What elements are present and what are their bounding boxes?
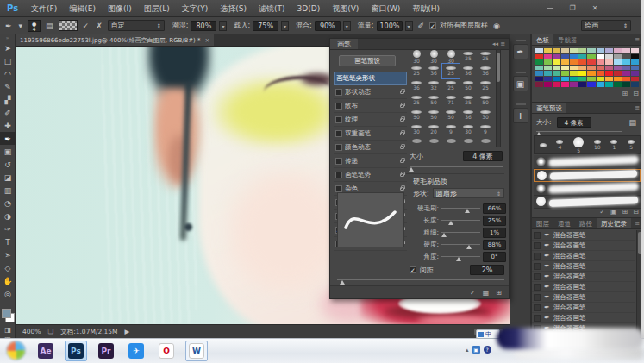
- brush-tip[interactable]: 50: [425, 108, 442, 122]
- preset-tip-4[interactable]: 1: [610, 140, 617, 150]
- swatch[interactable]: [535, 59, 543, 65]
- mixer-brush-tool[interactable]: ✒: [0, 132, 16, 145]
- history-well[interactable]: [534, 294, 541, 301]
- swatch[interactable]: [597, 77, 604, 82]
- menu-item-5[interactable]: 选择(S): [214, 0, 253, 17]
- toolstrip-collapse-icon[interactable]: »: [0, 34, 15, 41]
- history-well[interactable]: [534, 304, 541, 311]
- swatch[interactable]: [597, 59, 604, 65]
- swatch[interactable]: [570, 66, 578, 71]
- swatch[interactable]: [605, 59, 613, 65]
- brush-tip[interactable]: 25: [460, 93, 477, 108]
- presets-footer-icon-0[interactable]: ✓: [599, 208, 605, 216]
- brush-tip[interactable]: 50: [442, 108, 460, 122]
- swatch[interactable]: [631, 77, 639, 82]
- size-slider[interactable]: [410, 164, 503, 172]
- swatch[interactable]: [553, 54, 560, 59]
- menu-item-2[interactable]: 图像(I): [102, 0, 138, 17]
- preset-tip-1[interactable]: 4: [556, 140, 563, 150]
- healing-brush-tool[interactable]: ✚: [0, 119, 16, 132]
- swatch[interactable]: [631, 48, 639, 53]
- history-item-1[interactable]: ✒混合器画笔: [532, 241, 635, 251]
- swatch[interactable]: [597, 71, 604, 76]
- stroke-preset-1[interactable]: [534, 169, 641, 183]
- brush-setting-checkbox[interactable]: [335, 172, 342, 178]
- brush-tip[interactable]: 30: [460, 122, 477, 137]
- taskbar-after-effects[interactable]: Ae: [34, 341, 57, 361]
- path-selection-tool[interactable]: ➣: [0, 248, 16, 261]
- brush-tip[interactable]: 25: [442, 78, 460, 93]
- minimize-button[interactable]: —: [543, 4, 557, 12]
- brush-tip[interactable]: 9: [442, 122, 460, 137]
- history-item-3[interactable]: ✒混合器画笔: [532, 261, 635, 272]
- brush-presets-button[interactable]: 画笔预设: [339, 55, 396, 66]
- tray-help-icon[interactable]: ?: [484, 346, 491, 354]
- stroke-preset-3[interactable]: [534, 196, 641, 210]
- swatch[interactable]: [578, 82, 586, 87]
- brush-setting-checkbox[interactable]: [335, 130, 342, 137]
- swatch[interactable]: [605, 82, 613, 87]
- brush-setting-1[interactable]: 形状动态: [334, 85, 407, 99]
- pressure-icon[interactable]: ◉: [491, 22, 502, 30]
- brush-tip[interactable]: 36: [460, 64, 477, 78]
- brush-tip[interactable]: 36: [477, 64, 494, 78]
- swatch[interactable]: [553, 77, 560, 82]
- brush-tip[interactable]: 50: [477, 93, 494, 108]
- taskbar-premiere[interactable]: Pr: [95, 341, 117, 361]
- document-close-icon[interactable]: ×: [205, 34, 210, 46]
- menu-item-8[interactable]: 视图(V): [326, 0, 365, 17]
- preset-tip-2[interactable]: 5: [573, 137, 584, 153]
- swatch[interactable]: [578, 54, 586, 59]
- shape-select[interactable]: 圆扇形⇕: [433, 188, 504, 198]
- swatch[interactable]: [561, 66, 569, 71]
- swatch[interactable]: [605, 54, 613, 59]
- mix-mode-select[interactable]: 自定⇕: [108, 20, 165, 31]
- load-brush-icon[interactable]: ✓: [81, 22, 91, 30]
- brush-footer-icon-2[interactable]: ⊞: [496, 289, 502, 297]
- swatch[interactable]: [544, 82, 552, 87]
- swatch[interactable]: [535, 48, 543, 53]
- brush-setting-checkbox[interactable]: [335, 116, 342, 123]
- quick-mask-icon[interactable]: ◨: [0, 326, 16, 334]
- swatch[interactable]: [597, 66, 604, 71]
- swatch[interactable]: [587, 77, 595, 82]
- swatch[interactable]: [561, 82, 569, 87]
- crop-tool[interactable]: ▞: [0, 93, 16, 106]
- swatch[interactable]: [570, 59, 578, 65]
- param-value-2[interactable]: 90%: [315, 21, 341, 31]
- brush-tip[interactable]: 36: [408, 78, 425, 93]
- swatch[interactable]: [614, 59, 622, 65]
- swatch[interactable]: [622, 66, 630, 71]
- history-item-2[interactable]: ✒混合器画笔: [532, 251, 635, 261]
- brush-tip[interactable]: 36: [425, 64, 442, 78]
- swatch[interactable]: [605, 77, 613, 82]
- brush-tip[interactable]: 30: [442, 49, 460, 64]
- param-stepper-icon-1[interactable]: ▾: [281, 21, 289, 31]
- sample-all-layers-checkbox[interactable]: ✓: [429, 22, 436, 29]
- type-tool[interactable]: T: [0, 235, 16, 248]
- param-stepper-icon-2[interactable]: ▾: [343, 21, 351, 31]
- swatch[interactable]: [587, 54, 595, 59]
- history-well[interactable]: [534, 315, 541, 322]
- swatch[interactable]: [578, 59, 586, 65]
- windows-start-button[interactable]: [6, 341, 26, 360]
- param-value-0[interactable]: 80%: [191, 21, 216, 31]
- brush-setting-7[interactable]: 画笔笔势: [334, 168, 407, 182]
- brush-tip[interactable]: 25: [408, 93, 425, 108]
- history-well[interactable]: [534, 232, 541, 239]
- brush-tip[interactable]: 71: [442, 93, 460, 108]
- spacing-checkbox[interactable]: ✓: [410, 266, 416, 273]
- swatch[interactable]: [622, 48, 630, 53]
- delete-swatch-icon[interactable]: ⊟: [633, 90, 639, 97]
- swatch[interactable]: [544, 59, 552, 65]
- stroke-preset-2[interactable]: [534, 182, 641, 196]
- swatch[interactable]: [587, 82, 595, 87]
- swatch[interactable]: [605, 66, 613, 71]
- swatch[interactable]: [587, 71, 595, 76]
- menu-item-10[interactable]: 帮助(H): [406, 0, 446, 17]
- bristle-value[interactable]: 1%: [483, 228, 506, 238]
- swatch[interactable]: [553, 59, 560, 65]
- history-item-6[interactable]: ✒混合器画笔: [532, 292, 635, 303]
- swatch[interactable]: [544, 77, 552, 82]
- swatch[interactable]: [614, 66, 622, 71]
